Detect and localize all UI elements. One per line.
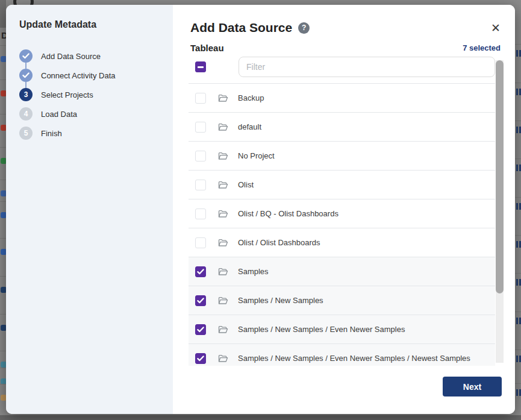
project-row: Samples / New Samples (189, 286, 495, 315)
background-link-fragment (516, 89, 521, 95)
wizard-step: Add Data Source (19, 46, 161, 66)
background-corner (0, 0, 6, 28)
wizard-step: 4Load Data (19, 104, 161, 124)
folder-icon (218, 239, 228, 247)
check-icon (197, 356, 204, 362)
project-name: Samples / New Samples / Even Newer Sampl… (238, 325, 405, 334)
project-checkbox[interactable] (195, 180, 206, 190)
project-checkbox[interactable] (195, 295, 206, 306)
indeterminate-dash-icon (198, 66, 204, 68)
modal-subheader: Tableau 7 selected (173, 39, 515, 55)
add-data-source-panel: Add Data Source ? ✕ Tableau 7 selected B… (173, 5, 515, 414)
project-checkbox[interactable] (195, 266, 206, 277)
check-icon (22, 53, 30, 59)
project-row: Olist / Olist Dashboards (189, 228, 495, 257)
background-link-fragment (516, 279, 521, 286)
selected-count: 7 selected (463, 43, 501, 52)
project-name: Backup (238, 93, 264, 102)
source-name: Tableau (190, 43, 224, 53)
scrollbar-thumb[interactable] (496, 60, 504, 293)
wizard-steps: Add Data SourceConnect Activity Data3Sel… (19, 46, 161, 143)
filter-input[interactable] (239, 57, 495, 77)
project-name: Samples (238, 267, 269, 276)
wizard-step: Connect Activity Data (19, 66, 161, 85)
background-divider (515, 44, 521, 45)
modal-title: Add Data Source (190, 20, 292, 35)
step-number: 5 (19, 127, 33, 140)
project-checkbox[interactable] (195, 122, 206, 133)
folder-icon (218, 296, 228, 305)
folder-icon (218, 94, 228, 102)
step-label: Select Projects (41, 90, 93, 99)
project-list: BackupdefaultNo ProjectOlistOlist / BQ -… (189, 84, 495, 366)
check-icon (22, 72, 30, 78)
step-number: 4 (19, 107, 33, 121)
project-checkbox[interactable] (195, 237, 206, 248)
modal-footer: Next (173, 366, 515, 414)
project-row: No Project (189, 142, 495, 171)
close-icon[interactable]: ✕ (491, 22, 501, 34)
folder-icon (218, 325, 228, 334)
check-icon (197, 298, 204, 304)
project-checkbox[interactable] (195, 353, 206, 364)
check-icon (197, 327, 204, 333)
step-label: Finish (41, 129, 62, 138)
project-name: Samples / New Samples / Even Newer Sampl… (238, 354, 470, 363)
help-icon[interactable]: ? (298, 22, 310, 34)
folder-icon (218, 268, 228, 276)
modal-header: Add Data Source ? ✕ (173, 5, 515, 39)
background-link-fragment (516, 50, 521, 57)
next-button[interactable]: Next (443, 377, 502, 396)
background-divider (515, 312, 521, 312)
background-link-fragment (516, 241, 521, 248)
background-divider (515, 197, 521, 198)
background-divider (515, 383, 521, 384)
project-name: No Project (238, 151, 275, 160)
folder-icon (218, 354, 228, 363)
project-checkbox[interactable] (195, 324, 206, 335)
folder-icon (218, 152, 228, 160)
wizard-panel: Update Metadata Add Data SourceConnect A… (6, 5, 173, 414)
project-checkbox[interactable] (195, 151, 206, 161)
step-check-icon (19, 69, 33, 82)
step-check-icon (19, 49, 33, 63)
project-row: Samples / New Samples / Even Newer Sampl… (189, 344, 495, 366)
background-link-fragment (516, 165, 521, 171)
background-link-fragment (516, 356, 521, 362)
project-name: Olist (238, 180, 254, 189)
step-label: Load Data (41, 110, 77, 119)
background-divider (515, 121, 521, 121)
project-row: default (189, 113, 495, 142)
step-label: Add Data Source (41, 52, 101, 61)
project-checkbox[interactable] (195, 93, 206, 104)
project-row: Samples / New Samples / Even Newer Sampl… (189, 315, 495, 344)
background-divider (515, 273, 521, 274)
background-link-fragment (516, 127, 521, 133)
wizard-title: Update Metadata (19, 19, 161, 30)
background-link-fragment (516, 389, 521, 396)
project-row: Backup (189, 84, 495, 113)
folder-icon (218, 123, 228, 131)
background-bottom-band (0, 415, 521, 420)
background-link-fragment (516, 318, 521, 324)
background-divider (515, 349, 521, 350)
folder-icon (218, 210, 228, 218)
project-row: Samples (189, 257, 495, 286)
wizard-step: 5Finish (19, 124, 161, 143)
step-number: 3 (19, 88, 33, 101)
project-name: Olist / Olist Dashboards (238, 238, 320, 247)
folder-icon (218, 181, 228, 189)
project-list-viewport: BackupdefaultNo ProjectOlistOlist / BQ -… (173, 55, 515, 366)
project-name: Olist / BQ - Olist Dashboards (238, 209, 338, 218)
select-all-checkbox[interactable] (195, 61, 206, 72)
wizard-step: 3Select Projects (19, 85, 161, 104)
background-link-fragment (516, 203, 521, 210)
step-label: Connect Activity Data (41, 71, 116, 80)
background-divider (515, 158, 521, 159)
list-toolbar (189, 55, 495, 84)
project-name: default (238, 122, 261, 131)
project-row: Olist (189, 171, 495, 199)
update-metadata-modal: Update Metadata Add Data SourceConnect A… (6, 5, 515, 414)
project-checkbox[interactable] (195, 208, 206, 219)
project-row: Olist / BQ - Olist Dashboards (189, 199, 495, 228)
